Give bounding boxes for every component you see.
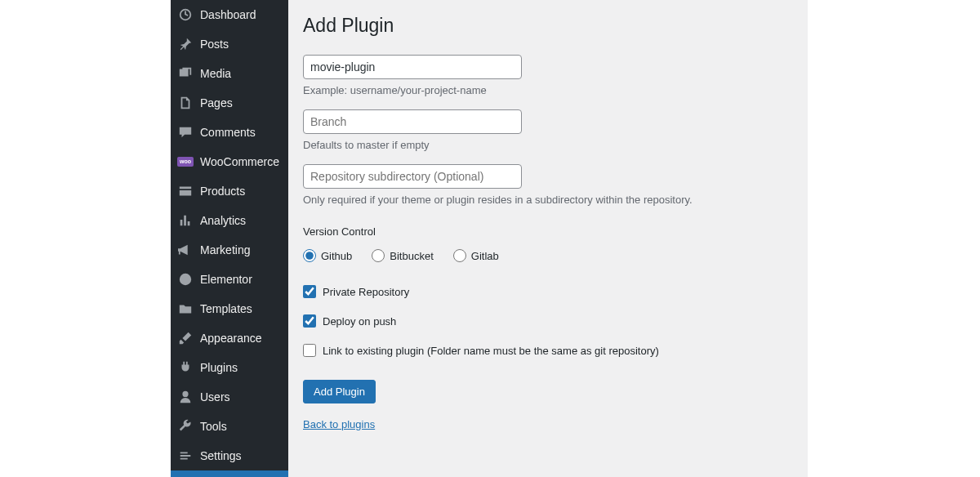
sidebar-item-elementor[interactable]: Elementor: [171, 265, 288, 294]
label: Appearance: [200, 332, 262, 345]
version-control-label: Version Control: [303, 225, 793, 238]
page-title: Add Plugin: [303, 15, 793, 37]
label: Users: [200, 390, 230, 403]
sidebar-item-settings[interactable]: Settings: [171, 441, 288, 470]
sidebar-item-users[interactable]: Users: [171, 382, 288, 412]
sidebar-item-fetchpress[interactable]: FetchPress: [171, 470, 288, 477]
megaphone-icon: [177, 242, 194, 258]
comments-icon: [177, 124, 194, 140]
sidebar-item-tools[interactable]: Tools: [171, 412, 288, 441]
sidebar-item-products[interactable]: Products: [171, 176, 288, 206]
admin-sidebar: Dashboard Posts Media Pages Comments woo…: [171, 0, 288, 477]
radio-bitbucket-label[interactable]: Bitbucket: [390, 250, 433, 262]
checkbox-link-label[interactable]: Link to existing plugin (Folder name mus…: [323, 345, 659, 357]
right-padding: [808, 0, 980, 477]
checkbox-private-label[interactable]: Private Repository: [323, 286, 409, 298]
folder-icon: [177, 301, 194, 317]
pages-icon: [177, 95, 194, 111]
label: Products: [200, 185, 245, 198]
radio-github-label[interactable]: Github: [321, 250, 352, 262]
sidebar-item-media[interactable]: Media: [171, 59, 288, 88]
label: Dashboard: [200, 8, 256, 21]
label: Settings: [200, 449, 242, 462]
checkbox-link[interactable]: [303, 344, 316, 357]
woocommerce-icon: woo: [177, 154, 194, 170]
sidebar-item-templates[interactable]: Templates: [171, 294, 288, 323]
wrench-icon: [177, 418, 194, 435]
label: Analytics: [200, 214, 246, 227]
label: Posts: [200, 38, 229, 51]
sidebar-item-analytics[interactable]: Analytics: [171, 206, 288, 235]
main-content: Add Plugin Example: username/your-projec…: [288, 0, 808, 477]
label: WooCommerce: [200, 155, 279, 168]
products-icon: [177, 183, 194, 199]
user-icon: [177, 389, 194, 405]
version-control-radios: Github Bitbucket Gitlab: [303, 249, 793, 262]
subdir-input[interactable]: [303, 164, 522, 189]
label: Marketing: [200, 243, 250, 256]
repo-input[interactable]: [303, 55, 522, 79]
pin-icon: [177, 36, 194, 52]
label: Pages: [200, 96, 233, 109]
label: Templates: [200, 302, 252, 315]
checkbox-deploy-label[interactable]: Deploy on push: [323, 315, 396, 328]
svg-point-0: [180, 274, 191, 285]
analytics-icon: [177, 212, 194, 229]
sidebar-item-posts[interactable]: Posts: [171, 29, 288, 59]
subdir-help: Only required if your theme or plugin re…: [303, 194, 793, 206]
add-plugin-button[interactable]: Add Plugin: [303, 380, 376, 403]
repo-help: Example: username/your-project-name: [303, 84, 793, 96]
sidebar-item-comments[interactable]: Comments: [171, 118, 288, 147]
media-icon: [177, 65, 194, 82]
label: Media: [200, 67, 231, 80]
checkbox-deploy[interactable]: [303, 314, 316, 328]
radio-github[interactable]: [303, 249, 316, 262]
label: Elementor: [200, 273, 252, 286]
back-to-plugins-link[interactable]: Back to plugins: [303, 418, 375, 430]
sidebar-item-dashboard[interactable]: Dashboard: [171, 0, 288, 29]
radio-gitlab-label[interactable]: Gitlab: [471, 250, 499, 262]
settings-icon: [177, 448, 194, 464]
plugin-icon: [177, 359, 194, 376]
elementor-icon: [177, 271, 194, 288]
label: Comments: [200, 126, 256, 139]
checkbox-private[interactable]: [303, 285, 316, 298]
left-padding: [0, 0, 171, 477]
radio-gitlab[interactable]: [453, 249, 466, 262]
branch-help: Defaults to master if empty: [303, 139, 793, 151]
radio-bitbucket[interactable]: [372, 249, 385, 262]
branch-input[interactable]: [303, 109, 522, 134]
dashboard-icon: [177, 7, 194, 23]
sidebar-item-pages[interactable]: Pages: [171, 88, 288, 118]
sidebar-item-plugins[interactable]: Plugins: [171, 353, 288, 382]
label: Tools: [200, 420, 227, 433]
sidebar-item-appearance[interactable]: Appearance: [171, 323, 288, 353]
sidebar-item-woocommerce[interactable]: woo WooCommerce: [171, 147, 288, 176]
label: Plugins: [200, 361, 238, 374]
brush-icon: [177, 330, 194, 346]
sidebar-item-marketing[interactable]: Marketing: [171, 235, 288, 265]
